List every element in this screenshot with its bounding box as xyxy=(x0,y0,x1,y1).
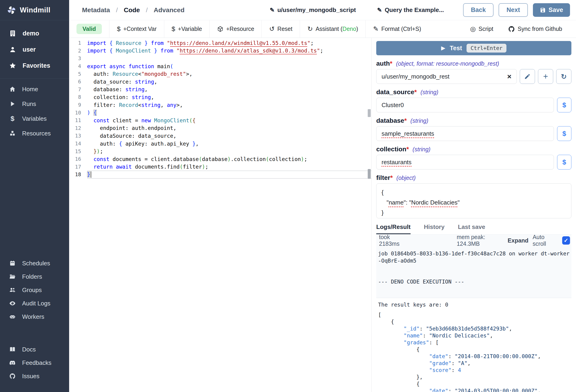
next-button[interactable]: Next xyxy=(499,3,528,17)
save-button[interactable]: Save xyxy=(533,3,570,17)
code-line[interactable]: 12 endpoint: auth.endpoint, xyxy=(69,124,372,132)
sidebar-item-resources[interactable]: Resources xyxy=(0,126,69,141)
code-line[interactable]: 13 dataSource: data_source, xyxy=(69,132,372,140)
script-title-chip[interactable]: ✎ Query the Example... xyxy=(377,6,444,14)
refresh-resource-button[interactable]: ↻ xyxy=(556,69,571,84)
sidebar-item-home[interactable]: Home xyxy=(0,82,69,96)
sidebar-item-runs[interactable]: Runs xyxy=(0,96,69,111)
code-line[interactable]: 2import { MongoClient } from "https://de… xyxy=(69,47,372,55)
database-input[interactable]: sample_restaurants xyxy=(376,126,554,141)
sidebar-item-folders[interactable]: Folders xyxy=(0,270,69,283)
code-line[interactable]: 14 auth: { apiKey: auth.api_key }, xyxy=(69,140,372,148)
expand-button[interactable]: Expand xyxy=(508,237,528,244)
code-line[interactable]: 10) { xyxy=(69,109,372,116)
code-line[interactable]: 4export async function main( xyxy=(69,62,372,70)
code-text: const documents = client.database(databa… xyxy=(87,156,307,162)
code-text: return await documents.find(filter); xyxy=(87,164,208,170)
tab-code[interactable]: Code xyxy=(124,6,140,14)
code-line[interactable]: 3 xyxy=(69,55,372,62)
sidebar-item-docs[interactable]: Docs xyxy=(0,343,69,356)
code-editor[interactable]: 1import { Resource } from "https://deno.… xyxy=(69,38,372,392)
sidebar-item-groups[interactable]: Groups xyxy=(0,283,69,297)
line-number: 1 xyxy=(69,40,81,46)
editor-scrollbar-mark[interactable] xyxy=(368,109,371,117)
test-button[interactable]: ▶ Test Ctrl+Enter xyxy=(376,41,571,55)
discord-icon xyxy=(9,360,16,366)
reset-button[interactable]: ↺ Reset xyxy=(261,20,300,38)
sidebar-item-workers[interactable]: Workers xyxy=(0,310,69,323)
data-source-input[interactable]: Cluster0 xyxy=(376,98,554,112)
line-number: 3 xyxy=(69,56,81,61)
back-button[interactable]: Back xyxy=(463,3,494,17)
sidebar-item-feedbacks[interactable]: Feedbacks xyxy=(0,356,69,369)
code-lines: 1import { Resource } from "https://deno.… xyxy=(69,39,372,178)
sidebar-item-issues[interactable]: Issues xyxy=(0,369,69,383)
add-resource-button-form[interactable]: + xyxy=(538,69,553,84)
content-row: 1import { Resource } from "https://deno.… xyxy=(69,38,576,392)
sidebar-item-schedules[interactable]: Schedules xyxy=(0,256,69,270)
code-line[interactable]: 5 auth: Resource<"mongodb_rest">, xyxy=(69,70,372,78)
code-line[interactable]: 9 filter: Record<string, any>, xyxy=(69,101,372,109)
add-resource-button[interactable]: +Resource xyxy=(209,20,262,38)
sync-from-github-button[interactable]: Sync from Github xyxy=(508,26,562,32)
result-tabs: Logs/Result History Last save xyxy=(376,224,571,234)
sidebar-item-demo[interactable]: demo xyxy=(0,25,69,41)
autoscroll-checkbox[interactable]: ✓ xyxy=(562,236,570,245)
code-line[interactable]: 8 collection: string, xyxy=(69,93,372,101)
code-line[interactable]: 16 const documents = client.database(dat… xyxy=(69,155,372,163)
assistant-button[interactable]: ↻ Assistant (Deno) xyxy=(300,20,365,38)
tab-advanced[interactable]: Advanced xyxy=(154,6,185,14)
add-variable-button[interactable]: $ +Variable xyxy=(164,20,209,38)
insert-variable-button[interactable]: $ xyxy=(557,126,571,141)
format-button[interactable]: ✎ Format (Ctrl+S) xyxy=(365,20,428,38)
add-context-var-button[interactable]: $ +Context Var xyxy=(109,20,164,38)
topbar-buttons: Back Next Save xyxy=(463,3,570,17)
tab-history[interactable]: History xyxy=(424,224,445,234)
code-line[interactable]: 18} xyxy=(69,171,372,178)
home-icon xyxy=(9,86,16,92)
edit-resource-button[interactable] xyxy=(520,69,535,84)
line-number: 11 xyxy=(69,117,81,123)
code-text: dataSource: data_source, xyxy=(87,133,176,139)
code-line[interactable]: 17 return await documents.find(filter); xyxy=(69,163,372,171)
code-line[interactable]: 7 database: string, xyxy=(69,86,372,93)
log-output: job 01864b05-8033-b136-1def-f30c48ac7c28… xyxy=(376,247,571,298)
line-number: 14 xyxy=(69,141,81,146)
tab-separator: / xyxy=(116,6,118,14)
line-number: 16 xyxy=(69,156,81,162)
insert-variable-button[interactable]: $ xyxy=(557,155,571,169)
script-kind-button[interactable]: ◎ Script xyxy=(470,26,493,32)
editor-scrollbar-mark[interactable] xyxy=(368,169,371,179)
refresh-icon: ↻ xyxy=(561,73,567,81)
windmill-logo[interactable]: Windmill xyxy=(0,0,69,20)
script-path-chip[interactable]: ✎ u/user/my_mongodb_script xyxy=(270,6,356,14)
line-number: 8 xyxy=(69,94,81,100)
assistant-label: Assistant (Deno) xyxy=(316,26,358,32)
sidebar-item-label: Docs xyxy=(22,346,36,353)
main-area: Metadata / Code / Advanced ✎ u/user/my_m… xyxy=(69,0,576,392)
field-label: database*(string) xyxy=(376,117,571,124)
sidebar-item-audit-logs[interactable]: Audit Logs xyxy=(0,297,69,310)
result-line: { xyxy=(378,346,570,353)
code-line[interactable]: 15 }); xyxy=(69,147,372,155)
sidebar-footer-group: DocsFeedbacksIssues xyxy=(0,343,69,392)
code-line[interactable]: 1import { Resource } from "https://deno.… xyxy=(69,39,372,47)
filter-json-editor[interactable]: { "name": "Nordic Delicacies"} xyxy=(376,183,571,218)
sidebar-item-user[interactable]: user xyxy=(0,41,69,57)
filter-line: } xyxy=(381,207,566,218)
sidebar: Windmill demouserFavorites HomeRuns$Vari… xyxy=(0,0,69,392)
insert-variable-button[interactable]: $ xyxy=(557,98,571,112)
tab-logs-result[interactable]: Logs/Result xyxy=(376,224,411,234)
sidebar-item-label: Favorites xyxy=(23,62,50,69)
tab-metadata[interactable]: Metadata xyxy=(82,6,110,14)
sidebar-item-favorites[interactable]: Favorites xyxy=(0,57,69,74)
sidebar-item-variables[interactable]: $Variables xyxy=(0,111,69,126)
tab-last-save[interactable]: Last save xyxy=(458,224,485,234)
code-line[interactable]: 11 const client = new MongoClient({ xyxy=(69,116,372,124)
sidebar-item-label: Variables xyxy=(22,115,47,122)
collection-input[interactable]: restaurants xyxy=(376,155,554,169)
line-number: 5 xyxy=(69,71,81,77)
clear-resource-icon[interactable]: × xyxy=(507,73,512,80)
auth-resource-input[interactable]: u/user/my_mongodb_rest × xyxy=(376,69,517,84)
code-line[interactable]: 6 data_source: string, xyxy=(69,78,372,86)
